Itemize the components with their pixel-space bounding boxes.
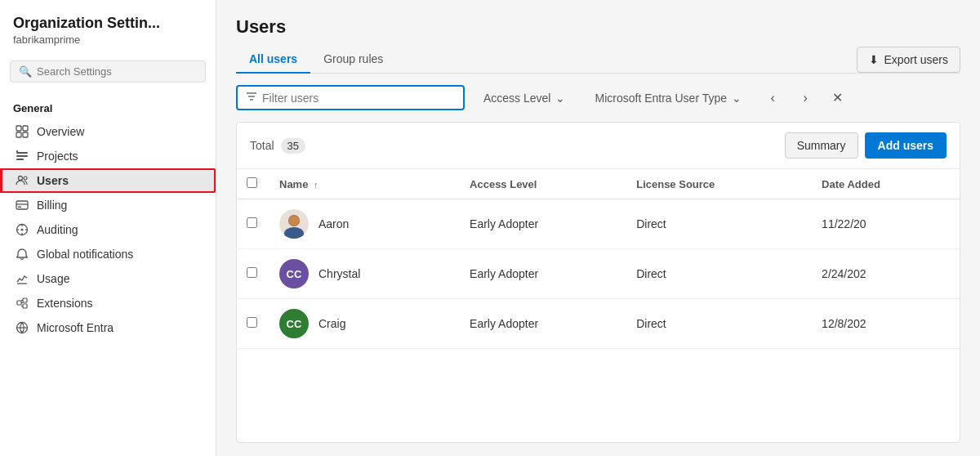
user-name-cell: CC Craig: [270, 299, 460, 349]
total-badge: Total 35: [250, 138, 305, 154]
sidebar-item-label-projects: Projects: [37, 150, 78, 163]
svg-rect-6: [16, 159, 24, 160]
tab-all-users[interactable]: All users: [236, 46, 310, 74]
prev-nav-button[interactable]: ‹: [760, 86, 785, 110]
auditing-icon: [16, 223, 29, 236]
export-users-label: Export users: [884, 53, 948, 66]
svg-point-14: [21, 229, 24, 231]
filter-users-input[interactable]: [262, 92, 455, 105]
sidebar-item-label-overview: Overview: [37, 125, 84, 138]
users-icon: [16, 174, 29, 187]
access-level-dropdown[interactable]: Access Level ⌄: [473, 86, 576, 110]
row-checkbox[interactable]: [247, 217, 257, 228]
sidebar-item-auditing[interactable]: Auditing: [0, 217, 216, 242]
tab-group-rules[interactable]: Group rules: [310, 46, 396, 74]
row-checkbox[interactable]: [247, 317, 257, 328]
row-checkbox-cell[interactable]: [237, 249, 270, 299]
page-title: Users: [236, 16, 960, 38]
sidebar-item-label-extensions: Extensions: [37, 297, 92, 310]
svg-rect-21: [23, 298, 27, 302]
col-header-license-source[interactable]: License Source: [626, 169, 812, 199]
next-nav-button[interactable]: ›: [793, 86, 817, 110]
col-header-access-level[interactable]: Access Level: [460, 169, 626, 199]
svg-point-9: [24, 177, 27, 180]
svg-rect-2: [16, 132, 21, 137]
export-users-button[interactable]: ⬇ Export users: [857, 47, 960, 73]
entra-icon: [16, 321, 29, 334]
overview-icon: [16, 125, 29, 138]
user-name-cell: Aaron: [270, 199, 460, 249]
svg-rect-4: [16, 152, 28, 154]
user-type-dropdown[interactable]: Microsoft Entra User Type ⌄: [584, 86, 752, 110]
user-name-cell: CC Chrystal: [270, 249, 460, 299]
main-content: Users All users Group rules ⬇ Export use…: [216, 0, 980, 456]
org-subtitle: fabrikamprime: [13, 34, 203, 46]
svg-rect-1: [23, 126, 28, 131]
notification-icon: [16, 248, 29, 261]
user-name: Aaron: [318, 217, 349, 230]
sidebar-item-label-entra: Microsoft Entra: [37, 321, 114, 334]
svg-rect-3: [23, 132, 28, 137]
col-header-date-added[interactable]: Date Added: [812, 169, 960, 199]
svg-rect-22: [23, 304, 27, 308]
sidebar-item-users[interactable]: Users: [0, 168, 216, 193]
billing-icon: [16, 199, 29, 212]
table-row: Aaron Early Adopter Direct 11/22/20: [237, 199, 960, 249]
download-icon: ⬇: [869, 53, 879, 66]
filter-row: Access Level ⌄ Microsoft Entra User Type…: [216, 74, 980, 122]
row-checkbox-cell[interactable]: [237, 199, 270, 249]
filter-icon: [246, 91, 257, 105]
search-settings-input[interactable]: [37, 65, 197, 78]
extensions-icon: [16, 297, 29, 310]
toolbar-actions: Summary Add users: [785, 132, 947, 159]
sidebar-header: Organization Settin... fabrikamprime: [0, 0, 216, 52]
add-users-button[interactable]: Add users: [865, 132, 947, 159]
sidebar-item-label-users: Users: [37, 174, 69, 187]
select-all-col: [237, 169, 270, 199]
org-title: Organization Settin...: [13, 15, 203, 32]
col-header-name[interactable]: Name ↑: [270, 169, 460, 199]
access-level-cell: Early Adopter: [460, 199, 626, 249]
usage-icon: [16, 272, 29, 285]
license-source-cell: Direct: [626, 199, 812, 249]
select-all-checkbox[interactable]: [247, 177, 257, 188]
clear-filter-button[interactable]: ✕: [826, 87, 849, 110]
table-area: Total 35 Summary Add users Name ↑: [236, 122, 960, 443]
table-toolbar: Total 35 Summary Add users: [237, 123, 960, 169]
row-checkbox[interactable]: [247, 267, 257, 278]
search-icon: 🔍: [19, 65, 32, 78]
sort-icon-name: ↑: [314, 180, 318, 190]
svg-point-8: [19, 177, 23, 181]
row-checkbox-cell[interactable]: [237, 299, 270, 349]
search-settings-input-wrapper[interactable]: 🔍: [10, 60, 206, 83]
sidebar-item-microsoft-entra[interactable]: Microsoft Entra: [0, 315, 216, 340]
license-source-cell: Direct: [626, 299, 812, 349]
sidebar-item-usage[interactable]: Usage: [0, 266, 216, 291]
svg-rect-0: [16, 126, 21, 131]
projects-icon: [16, 150, 29, 163]
sidebar-item-global-notifications[interactable]: Global notifications: [0, 242, 216, 266]
summary-button[interactable]: Summary: [785, 132, 858, 159]
avatar: CC: [279, 259, 309, 288]
sidebar-item-overview[interactable]: Overview: [0, 119, 216, 144]
user-name: Craig: [318, 317, 345, 330]
sidebar-item-label-auditing: Auditing: [37, 223, 78, 236]
user-type-label: Microsoft Entra User Type: [595, 92, 727, 105]
access-level-cell: Early Adopter: [460, 299, 626, 349]
sidebar-item-projects[interactable]: Projects: [0, 144, 216, 168]
tabs-row: All users Group rules ⬇ Export users: [236, 46, 960, 74]
svg-rect-12: [18, 207, 21, 208]
filter-input-wrapper[interactable]: [236, 85, 465, 110]
table-header-row: Name ↑ Access Level License Source Date …: [237, 169, 960, 199]
general-section-label: General: [0, 96, 216, 119]
svg-rect-7: [16, 150, 18, 152]
sidebar-item-extensions[interactable]: Extensions: [0, 291, 216, 315]
svg-point-34: [289, 216, 299, 226]
sidebar-item-billing[interactable]: Billing: [0, 193, 216, 217]
user-name: Chrystal: [318, 267, 360, 280]
svg-rect-10: [16, 201, 28, 209]
sidebar-item-label-usage: Usage: [37, 272, 69, 285]
total-label: Total: [250, 139, 274, 152]
chevron-down-icon-2: ⌄: [732, 92, 742, 105]
table-row: CC Craig Early Adopter Direct 12/8/202: [237, 299, 960, 349]
